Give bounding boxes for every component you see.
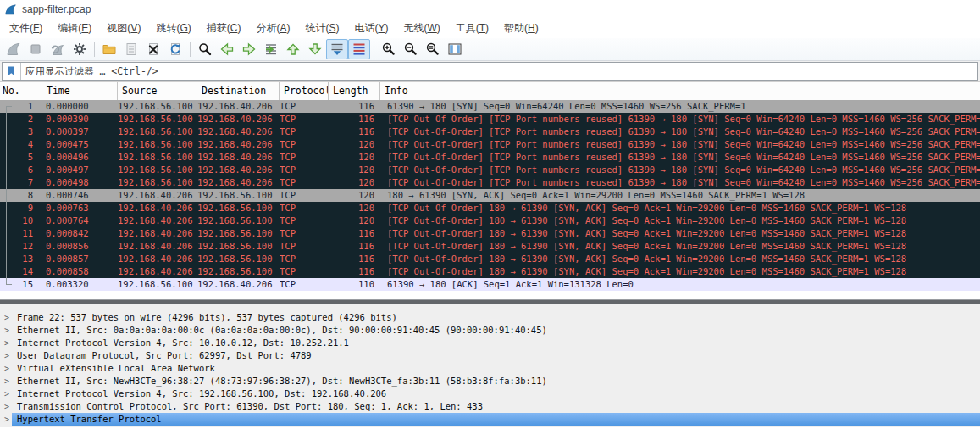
- packet-row[interactable]: 60.000497192.168.56.100192.168.40.206TCP…: [0, 164, 980, 176]
- detail-row-text: Ethernet II, Src: NewH3CTe_96:38:27 (48:…: [12, 375, 980, 388]
- cell-dst: 192.168.40.206: [197, 100, 280, 113]
- expand-chevron-icon[interactable]: >: [4, 311, 9, 324]
- capture-options-icon[interactable]: [69, 39, 91, 59]
- detail-row[interactable]: >Internet Protocol Version 4, Src: 10.10…: [0, 337, 980, 349]
- column-header-source[interactable]: Source: [118, 82, 197, 100]
- window-title: sapp-filter.pcap: [22, 3, 91, 15]
- expand-chevron-icon[interactable]: >: [4, 349, 9, 362]
- filter-text-input[interactable]: [21, 64, 977, 78]
- go-back-icon[interactable]: [216, 39, 238, 59]
- cell-info: [TCP Out-Of-Order] [TCP Port numbers reu…: [380, 151, 980, 164]
- resize-columns-icon[interactable]: [444, 39, 466, 59]
- cell-len: 110: [329, 278, 380, 291]
- detail-row[interactable]: >Hypertext Transfer Protocol: [0, 413, 980, 426]
- close-file-icon[interactable]: [142, 39, 164, 59]
- menu-item[interactable]: 文件(F): [2, 19, 50, 38]
- cell-src: 192.168.40.206: [118, 240, 197, 253]
- bookmark-icon[interactable]: [3, 63, 21, 80]
- packet-row[interactable]: 130.000857192.168.40.206192.168.56.100TC…: [0, 253, 980, 265]
- detail-row[interactable]: >Ethernet II, Src: NewH3CTe_96:38:27 (48…: [0, 375, 980, 388]
- menu-item[interactable]: 编辑(E): [50, 19, 99, 38]
- expand-chevron-icon[interactable]: >: [4, 388, 9, 400]
- column-header-protocol[interactable]: Protocol: [280, 82, 329, 100]
- column-header-time[interactable]: Time: [42, 82, 118, 100]
- cell-no: 3: [0, 125, 42, 138]
- go-to-packet-icon[interactable]: [260, 39, 282, 59]
- cell-info: [TCP Out-Of-Order] 180 → 61390 [SYN, ACK…: [380, 253, 980, 265]
- menu-item[interactable]: 电话(Y): [346, 19, 396, 38]
- packet-row[interactable]: 100.000764192.168.40.206192.168.56.100TC…: [0, 215, 980, 227]
- menu-item[interactable]: 工具(T): [448, 19, 496, 38]
- cell-proto: TCP: [280, 138, 329, 151]
- packet-row[interactable]: 140.000858192.168.40.206192.168.56.100TC…: [0, 265, 980, 278]
- expand-chevron-icon[interactable]: >: [4, 324, 9, 337]
- menu-item[interactable]: 无线(W): [396, 19, 447, 38]
- cell-src: 192.168.40.206: [118, 215, 197, 227]
- packet-row[interactable]: 80.000746192.168.40.206192.168.56.100TCP…: [0, 189, 980, 202]
- start-capture-icon[interactable]: [3, 39, 25, 59]
- menu-item[interactable]: 跳转(G): [148, 19, 198, 38]
- cell-info: [TCP Out-Of-Order] 180 → 61390 [SYN, ACK…: [380, 215, 980, 227]
- detail-row-text: Hypertext Transfer Protocol: [12, 413, 980, 426]
- detail-row[interactable]: >Ethernet II, Src: 0a:0a:0a:0a:00:0c (0a…: [0, 324, 980, 337]
- zoom-reset-icon[interactable]: [422, 39, 444, 59]
- go-first-packet-icon[interactable]: [282, 39, 304, 59]
- zoom-out-icon[interactable]: [400, 39, 422, 59]
- expand-chevron-icon[interactable]: >: [4, 375, 9, 388]
- packet-row[interactable]: 50.000496192.168.56.100192.168.40.206TCP…: [0, 151, 980, 164]
- packet-row[interactable]: 40.000475192.168.56.100192.168.40.206TCP…: [0, 138, 980, 151]
- menu-item[interactable]: 帮助(H): [496, 19, 546, 38]
- cell-len: 120: [329, 138, 380, 151]
- cell-src: 192.168.40.206: [118, 253, 197, 265]
- toolbar-separator: [374, 42, 374, 57]
- reload-file-icon[interactable]: [164, 39, 186, 59]
- menu-item[interactable]: 分析(A): [248, 19, 297, 38]
- cell-proto: TCP: [280, 176, 329, 189]
- detail-row[interactable]: >Frame 22: 537 bytes on wire (4296 bits)…: [0, 311, 980, 324]
- expand-chevron-icon[interactable]: >: [4, 362, 9, 375]
- detail-row[interactable]: >Transmission Control Protocol, Src Port…: [0, 400, 980, 413]
- packet-row[interactable]: 10.000000192.168.56.100192.168.40.206TCP…: [0, 100, 980, 113]
- cell-time: 0.000397: [42, 125, 118, 138]
- column-header-info[interactable]: Info: [380, 82, 980, 100]
- expand-chevron-icon[interactable]: >: [4, 400, 9, 413]
- save-file-icon[interactable]: [120, 39, 142, 59]
- detail-row[interactable]: >Virtual eXtensible Local Area Network: [0, 362, 980, 375]
- cell-len: 116: [329, 253, 380, 265]
- detail-row[interactable]: >User Datagram Protocol, Src Port: 62997…: [0, 349, 980, 362]
- cell-time: 0.000856: [42, 240, 118, 253]
- colorize-packets-icon[interactable]: [348, 39, 370, 59]
- packet-row[interactable]: 30.000397192.168.56.100192.168.40.206TCP…: [0, 125, 980, 138]
- cell-no: 6: [0, 164, 42, 176]
- packet-row[interactable]: 120.000856192.168.40.206192.168.56.100TC…: [0, 240, 980, 253]
- cell-no: 12: [0, 240, 42, 253]
- go-last-packet-icon[interactable]: [304, 39, 326, 59]
- expand-chevron-icon[interactable]: >: [4, 413, 9, 426]
- expand-chevron-icon[interactable]: >: [4, 337, 9, 349]
- packet-row[interactable]: 20.000390192.168.56.100192.168.40.206TCP…: [0, 113, 980, 125]
- restart-capture-icon[interactable]: [47, 39, 69, 59]
- cell-src: 192.168.56.100: [118, 113, 197, 125]
- detail-row[interactable]: >Internet Protocol Version 4, Src: 192.1…: [0, 388, 980, 400]
- display-filter-input[interactable]: [2, 62, 978, 81]
- cell-info: [TCP Out-Of-Order] [TCP Port numbers reu…: [380, 125, 980, 138]
- packet-row[interactable]: 90.000763192.168.40.206192.168.56.100TCP…: [0, 202, 980, 215]
- menu-item[interactable]: 捕获(C): [199, 19, 249, 38]
- zoom-in-icon[interactable]: [378, 39, 400, 59]
- stop-capture-icon[interactable]: [25, 39, 47, 59]
- auto-scroll-icon[interactable]: [326, 39, 348, 59]
- open-file-icon[interactable]: [98, 39, 120, 59]
- packet-row[interactable]: 70.000498192.168.56.100192.168.40.206TCP…: [0, 176, 980, 189]
- go-forward-icon[interactable]: [238, 39, 260, 59]
- column-header-length[interactable]: Length: [329, 82, 380, 100]
- menu-item[interactable]: 视图(V): [99, 19, 148, 38]
- find-packet-icon[interactable]: [194, 39, 216, 59]
- column-header-no[interactable]: No.: [0, 82, 42, 100]
- packet-row[interactable]: 110.000842192.168.40.206192.168.56.100TC…: [0, 227, 980, 240]
- packet-row[interactable]: 150.003320192.168.56.100192.168.40.206TC…: [0, 278, 980, 291]
- column-header-destination[interactable]: Destination: [197, 82, 280, 100]
- cell-proto: TCP: [280, 113, 329, 125]
- cell-no: 10: [0, 215, 42, 227]
- menu-item[interactable]: 统计(S): [297, 19, 346, 38]
- cell-dst: 192.168.40.206: [197, 278, 280, 291]
